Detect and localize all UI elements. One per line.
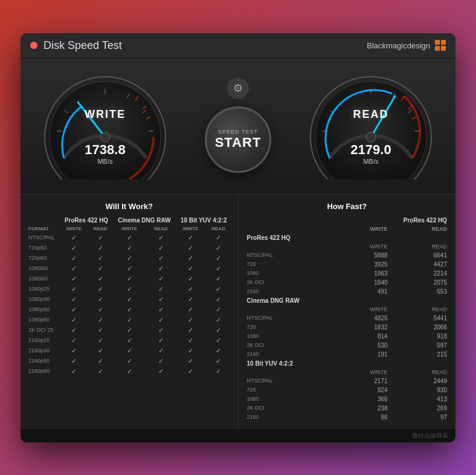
yuv-header: 10 Bit YUV 4:2:2 (176, 216, 231, 225)
format-cell: 1080i50 (27, 263, 60, 274)
table-row: 720 3925 4427 (245, 260, 450, 269)
format-cell: 1080p25 (27, 284, 60, 294)
table-row: 1080 366 413 (245, 395, 450, 404)
tables-area: Will It Work? ProRes 422 HQ Cinema DNG R… (21, 194, 455, 429)
read-gauge-container: READ 2179.0 MB/s (304, 71, 437, 179)
start-button[interactable]: SPEED TEST START (205, 106, 271, 173)
table-row: 2160 86 97 (245, 413, 450, 422)
table-row: 1080p50 ✓ ✓ ✓ ✓ ✓ ✓ (27, 305, 232, 315)
table-row: 2160p25 ✓ ✓ ✓ ✓ ✓ ✓ (27, 335, 232, 346)
cinema-read-header: READ (146, 225, 176, 233)
format-cell: 2160p30 (27, 346, 60, 356)
format-cell: 2160p50 (27, 356, 60, 366)
write-speed-number: 1738.8 (85, 142, 125, 158)
table-row: 2160p50 ✓ ✓ ✓ ✓ ✓ ✓ (27, 356, 232, 366)
table-row: NTSC/PAL 4825 5441 (245, 314, 450, 323)
brand: Blackmagicdesign (367, 40, 446, 51)
table-row: 1080i50 ✓ ✓ ✓ ✓ ✓ ✓ (27, 263, 232, 274)
write-gauge-label: WRITE (85, 108, 126, 120)
center-controls: ⚙ SPEED TEST START (205, 77, 271, 173)
table-row: 720 824 930 (245, 386, 450, 395)
settings-button[interactable]: ⚙ (227, 77, 249, 99)
write-gauge: WRITE 1738.8 MB/s (39, 71, 172, 179)
title-bar: Disk Speed Test Blackmagicdesign (21, 33, 455, 59)
prores-write-header: WRITE (60, 225, 88, 233)
format-sub-header: FORMAT (27, 225, 60, 233)
will-it-work-section: Will It Work? ProRes 422 HQ Cinema DNG R… (21, 195, 239, 429)
svg-point-16 (366, 132, 376, 142)
table-row: 2160p30 ✓ ✓ ✓ ✓ ✓ ✓ (27, 346, 232, 356)
write-gauge-container: WRITE 1738.8 MB/s (39, 71, 172, 179)
how-fast-title: How Fast? (245, 202, 450, 211)
prores-header: ProRes 422 HQ (60, 216, 113, 225)
start-button-top-label: SPEED TEST (218, 129, 258, 135)
svg-point-3 (100, 132, 110, 142)
table-row: NTSC/PAL ✓ ✓ ✓ ✓ ✓ ✓ (27, 233, 232, 243)
write-speed-unit: MB/s (85, 158, 125, 165)
write-gauge-value: 1738.8 MB/s (85, 142, 125, 165)
table-row: 1080p60 ✓ ✓ ✓ ✓ ✓ ✓ (27, 315, 232, 325)
gauges-area: WRITE 1738.8 MB/s ⚙ SPEED TEST START (21, 59, 455, 194)
table-row: 2K DCI 238 269 (245, 404, 450, 413)
table-row: 1080 1963 2214 (245, 269, 450, 278)
table-row: 2K DCI 530 597 (245, 341, 450, 350)
table-row: 1080 814 918 (245, 332, 450, 341)
table-row: NTSC/PAL 5888 6641 (245, 251, 450, 260)
format-cell: 1080p30 (27, 294, 60, 305)
table-row: 2160p60 ✓ ✓ ✓ ✓ ✓ ✓ (27, 366, 232, 376)
table-row: 2K DCI 1840 2075 (245, 278, 450, 287)
brand-name: Blackmagicdesign (367, 41, 430, 50)
yuv-read-header: READ (205, 225, 232, 233)
how-fast-table: ProRes 422 HQ WRITE READ ProRes 422 HQWR… (245, 216, 450, 422)
read-gauge-value: 2179.0 MB/s (350, 142, 391, 165)
format-col-header (27, 216, 60, 225)
list-item: ProRes 422 HQ (245, 233, 450, 242)
prores-hq-header: ProRes 422 HQ (324, 216, 449, 225)
format-cell: 1080p60 (27, 315, 60, 325)
title-bar-left: Disk Speed Test (30, 39, 122, 52)
read-speed-number: 2179.0 (350, 142, 391, 158)
watermark: 值什么值得买 (21, 429, 455, 442)
prores-read-header: READ (88, 225, 113, 233)
format-cell: 720p60 (27, 253, 60, 263)
start-button-main-label: START (215, 135, 262, 150)
table-row: 1080p30 ✓ ✓ ✓ ✓ ✓ ✓ (27, 294, 232, 305)
how-fast-section: How Fast? ProRes 422 HQ WRITE READ ProRe… (239, 195, 456, 429)
yuv-write-header: WRITE (176, 225, 205, 233)
format-cell: 2160p60 (27, 366, 60, 376)
format-cell: 1080i60 (27, 274, 60, 284)
table-row: 1080i60 ✓ ✓ ✓ ✓ ✓ ✓ (27, 274, 232, 284)
read-gauge: READ 2179.0 MB/s (304, 71, 437, 179)
table-row: 1080p25 ✓ ✓ ✓ ✓ ✓ ✓ (27, 284, 232, 294)
table-row: 720p50 ✓ ✓ ✓ ✓ ✓ ✓ (27, 243, 232, 253)
format-cell: 2160p25 (27, 335, 60, 346)
table-row: 2160 491 553 (245, 287, 450, 296)
close-button[interactable] (30, 42, 37, 49)
cinema-write-header: WRITE (113, 225, 146, 233)
brand-logo (435, 40, 446, 51)
app-window: Disk Speed Test Blackmagicdesign (21, 33, 455, 442)
table-row: 720p60 ✓ ✓ ✓ ✓ ✓ ✓ (27, 253, 232, 263)
table-row: 720 1832 2066 (245, 323, 450, 332)
table-row: 2K DCI 25 ✓ ✓ ✓ ✓ ✓ ✓ (27, 325, 232, 335)
read-speed-unit: MB/s (350, 158, 391, 165)
read-gauge-label: READ (353, 108, 388, 120)
will-it-work-table: ProRes 422 HQ Cinema DNG RAW 10 Bit YUV … (27, 216, 232, 376)
app-title: Disk Speed Test (43, 39, 122, 52)
table-row: 2160 191 215 (245, 350, 450, 359)
format-cell: NTSC/PAL (27, 233, 60, 243)
cinema-dng-header: Cinema DNG RAW (113, 216, 176, 225)
will-it-work-title: Will It Work? (27, 202, 232, 211)
table-row: NTSC/PAL 2171 2449 (245, 376, 450, 386)
format-cell: 1080p50 (27, 305, 60, 315)
list-item: 10 Bit YUV 4:2:2 (245, 359, 450, 368)
format-cell: 720p50 (27, 243, 60, 253)
format-cell: 2K DCI 25 (27, 325, 60, 335)
list-item: Cinema DNG RAW (245, 296, 450, 305)
